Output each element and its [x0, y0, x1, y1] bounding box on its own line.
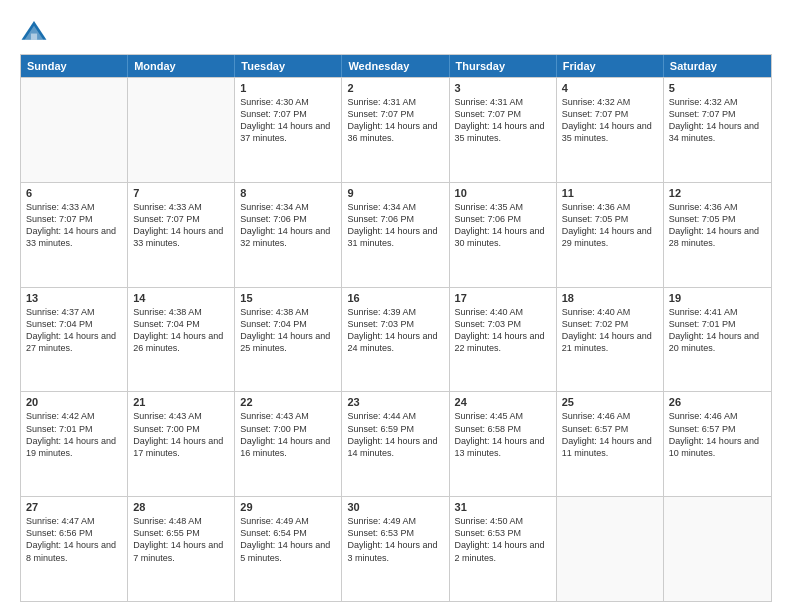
cal-cell-2-4: 17Sunrise: 4:40 AM Sunset: 7:03 PM Dayli… [450, 288, 557, 392]
cell-info: Sunrise: 4:33 AM Sunset: 7:07 PM Dayligh… [133, 201, 229, 250]
header-sunday: Sunday [21, 55, 128, 77]
cal-cell-2-5: 18Sunrise: 4:40 AM Sunset: 7:02 PM Dayli… [557, 288, 664, 392]
header-thursday: Thursday [450, 55, 557, 77]
cell-info: Sunrise: 4:46 AM Sunset: 6:57 PM Dayligh… [669, 410, 766, 459]
cell-info: Sunrise: 4:32 AM Sunset: 7:07 PM Dayligh… [669, 96, 766, 145]
cal-cell-0-4: 3Sunrise: 4:31 AM Sunset: 7:07 PM Daylig… [450, 78, 557, 182]
cell-info: Sunrise: 4:49 AM Sunset: 6:53 PM Dayligh… [347, 515, 443, 564]
calendar-body: 1Sunrise: 4:30 AM Sunset: 7:07 PM Daylig… [21, 77, 771, 601]
cell-info: Sunrise: 4:47 AM Sunset: 6:56 PM Dayligh… [26, 515, 122, 564]
cal-cell-4-4: 31Sunrise: 4:50 AM Sunset: 6:53 PM Dayli… [450, 497, 557, 601]
cell-info: Sunrise: 4:38 AM Sunset: 7:04 PM Dayligh… [133, 306, 229, 355]
cal-cell-3-5: 25Sunrise: 4:46 AM Sunset: 6:57 PM Dayli… [557, 392, 664, 496]
cell-info: Sunrise: 4:50 AM Sunset: 6:53 PM Dayligh… [455, 515, 551, 564]
cal-cell-1-2: 8Sunrise: 4:34 AM Sunset: 7:06 PM Daylig… [235, 183, 342, 287]
header-tuesday: Tuesday [235, 55, 342, 77]
day-number: 26 [669, 396, 766, 408]
cal-cell-3-3: 23Sunrise: 4:44 AM Sunset: 6:59 PM Dayli… [342, 392, 449, 496]
cal-cell-3-6: 26Sunrise: 4:46 AM Sunset: 6:57 PM Dayli… [664, 392, 771, 496]
header-saturday: Saturday [664, 55, 771, 77]
day-number: 8 [240, 187, 336, 199]
cell-info: Sunrise: 4:44 AM Sunset: 6:59 PM Dayligh… [347, 410, 443, 459]
cal-cell-1-4: 10Sunrise: 4:35 AM Sunset: 7:06 PM Dayli… [450, 183, 557, 287]
cell-info: Sunrise: 4:38 AM Sunset: 7:04 PM Dayligh… [240, 306, 336, 355]
day-number: 10 [455, 187, 551, 199]
day-number: 25 [562, 396, 658, 408]
week-row-2: 6Sunrise: 4:33 AM Sunset: 7:07 PM Daylig… [21, 182, 771, 287]
cal-cell-1-6: 12Sunrise: 4:36 AM Sunset: 7:05 PM Dayli… [664, 183, 771, 287]
cal-cell-3-1: 21Sunrise: 4:43 AM Sunset: 7:00 PM Dayli… [128, 392, 235, 496]
day-number: 22 [240, 396, 336, 408]
cal-cell-4-0: 27Sunrise: 4:47 AM Sunset: 6:56 PM Dayli… [21, 497, 128, 601]
cal-cell-0-0 [21, 78, 128, 182]
cell-info: Sunrise: 4:30 AM Sunset: 7:07 PM Dayligh… [240, 96, 336, 145]
day-number: 18 [562, 292, 658, 304]
day-number: 11 [562, 187, 658, 199]
cal-cell-3-0: 20Sunrise: 4:42 AM Sunset: 7:01 PM Dayli… [21, 392, 128, 496]
cal-cell-0-2: 1Sunrise: 4:30 AM Sunset: 7:07 PM Daylig… [235, 78, 342, 182]
day-number: 9 [347, 187, 443, 199]
cal-cell-2-3: 16Sunrise: 4:39 AM Sunset: 7:03 PM Dayli… [342, 288, 449, 392]
cal-cell-2-2: 15Sunrise: 4:38 AM Sunset: 7:04 PM Dayli… [235, 288, 342, 392]
svg-rect-2 [31, 34, 37, 40]
day-number: 2 [347, 82, 443, 94]
cell-info: Sunrise: 4:35 AM Sunset: 7:06 PM Dayligh… [455, 201, 551, 250]
cal-cell-4-2: 29Sunrise: 4:49 AM Sunset: 6:54 PM Dayli… [235, 497, 342, 601]
logo-icon [20, 18, 48, 46]
cell-info: Sunrise: 4:36 AM Sunset: 7:05 PM Dayligh… [669, 201, 766, 250]
cell-info: Sunrise: 4:49 AM Sunset: 6:54 PM Dayligh… [240, 515, 336, 564]
cell-info: Sunrise: 4:37 AM Sunset: 7:04 PM Dayligh… [26, 306, 122, 355]
cal-cell-1-5: 11Sunrise: 4:36 AM Sunset: 7:05 PM Dayli… [557, 183, 664, 287]
day-number: 24 [455, 396, 551, 408]
cal-cell-1-3: 9Sunrise: 4:34 AM Sunset: 7:06 PM Daylig… [342, 183, 449, 287]
day-number: 27 [26, 501, 122, 513]
cal-cell-2-6: 19Sunrise: 4:41 AM Sunset: 7:01 PM Dayli… [664, 288, 771, 392]
day-number: 16 [347, 292, 443, 304]
day-number: 17 [455, 292, 551, 304]
page: Sunday Monday Tuesday Wednesday Thursday… [0, 0, 792, 612]
day-number: 3 [455, 82, 551, 94]
day-number: 31 [455, 501, 551, 513]
cell-info: Sunrise: 4:39 AM Sunset: 7:03 PM Dayligh… [347, 306, 443, 355]
cell-info: Sunrise: 4:45 AM Sunset: 6:58 PM Dayligh… [455, 410, 551, 459]
cell-info: Sunrise: 4:42 AM Sunset: 7:01 PM Dayligh… [26, 410, 122, 459]
cal-cell-2-0: 13Sunrise: 4:37 AM Sunset: 7:04 PM Dayli… [21, 288, 128, 392]
cal-cell-4-5 [557, 497, 664, 601]
cell-info: Sunrise: 4:41 AM Sunset: 7:01 PM Dayligh… [669, 306, 766, 355]
day-number: 5 [669, 82, 766, 94]
week-row-5: 27Sunrise: 4:47 AM Sunset: 6:56 PM Dayli… [21, 496, 771, 601]
cell-info: Sunrise: 4:33 AM Sunset: 7:07 PM Dayligh… [26, 201, 122, 250]
cell-info: Sunrise: 4:32 AM Sunset: 7:07 PM Dayligh… [562, 96, 658, 145]
day-number: 14 [133, 292, 229, 304]
cell-info: Sunrise: 4:40 AM Sunset: 7:03 PM Dayligh… [455, 306, 551, 355]
day-number: 28 [133, 501, 229, 513]
header-wednesday: Wednesday [342, 55, 449, 77]
cell-info: Sunrise: 4:34 AM Sunset: 7:06 PM Dayligh… [240, 201, 336, 250]
day-number: 12 [669, 187, 766, 199]
day-number: 1 [240, 82, 336, 94]
week-row-1: 1Sunrise: 4:30 AM Sunset: 7:07 PM Daylig… [21, 77, 771, 182]
cell-info: Sunrise: 4:43 AM Sunset: 7:00 PM Dayligh… [133, 410, 229, 459]
cell-info: Sunrise: 4:40 AM Sunset: 7:02 PM Dayligh… [562, 306, 658, 355]
cal-cell-4-1: 28Sunrise: 4:48 AM Sunset: 6:55 PM Dayli… [128, 497, 235, 601]
header-monday: Monday [128, 55, 235, 77]
cal-cell-0-6: 5Sunrise: 4:32 AM Sunset: 7:07 PM Daylig… [664, 78, 771, 182]
cal-cell-3-4: 24Sunrise: 4:45 AM Sunset: 6:58 PM Dayli… [450, 392, 557, 496]
cal-cell-0-5: 4Sunrise: 4:32 AM Sunset: 7:07 PM Daylig… [557, 78, 664, 182]
cal-cell-2-1: 14Sunrise: 4:38 AM Sunset: 7:04 PM Dayli… [128, 288, 235, 392]
header [20, 18, 772, 46]
calendar-header: Sunday Monday Tuesday Wednesday Thursday… [21, 55, 771, 77]
week-row-4: 20Sunrise: 4:42 AM Sunset: 7:01 PM Dayli… [21, 391, 771, 496]
cal-cell-1-0: 6Sunrise: 4:33 AM Sunset: 7:07 PM Daylig… [21, 183, 128, 287]
cal-cell-3-2: 22Sunrise: 4:43 AM Sunset: 7:00 PM Dayli… [235, 392, 342, 496]
day-number: 4 [562, 82, 658, 94]
cell-info: Sunrise: 4:31 AM Sunset: 7:07 PM Dayligh… [455, 96, 551, 145]
cell-info: Sunrise: 4:48 AM Sunset: 6:55 PM Dayligh… [133, 515, 229, 564]
cal-cell-4-6 [664, 497, 771, 601]
day-number: 13 [26, 292, 122, 304]
cell-info: Sunrise: 4:31 AM Sunset: 7:07 PM Dayligh… [347, 96, 443, 145]
header-friday: Friday [557, 55, 664, 77]
logo [20, 18, 54, 46]
day-number: 29 [240, 501, 336, 513]
cell-info: Sunrise: 4:46 AM Sunset: 6:57 PM Dayligh… [562, 410, 658, 459]
